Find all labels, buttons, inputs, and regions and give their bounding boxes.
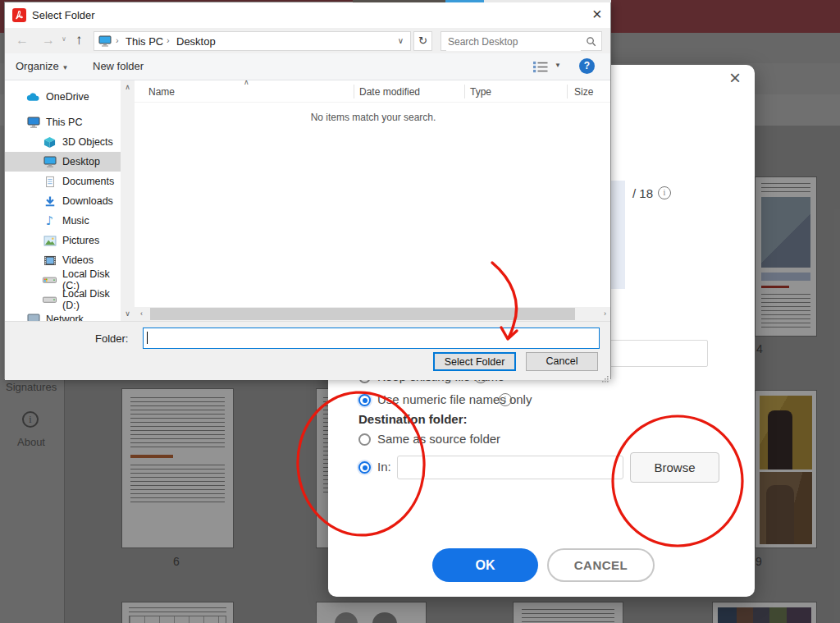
sidebar-item-label: Downloads <box>62 195 113 207</box>
sidebar-item-videos[interactable]: Videos <box>5 250 121 270</box>
cancel-button[interactable]: CANCEL <box>547 548 655 582</box>
horizontal-scrollbar[interactable]: ‹ › <box>135 307 610 321</box>
sidebar-item-label: Music <box>62 215 89 227</box>
resize-grip[interactable] <box>602 373 609 379</box>
sidebar-item-local-disk-d[interactable]: Local Disk (D:) <box>5 290 121 309</box>
network-icon <box>26 313 40 321</box>
cube-icon <box>43 135 57 149</box>
recent-locations-chevron-icon[interactable]: ∨ <box>62 35 66 43</box>
folder-input[interactable] <box>143 328 600 349</box>
command-toolbar: Organize ▼ New folder ▼ ? <box>5 53 610 80</box>
navigation-bar: ← → ∨ ↑ › This PC › Desktop ∨ ↻ <box>5 28 610 53</box>
help-icon[interactable]: ? <box>579 58 595 74</box>
sidebar-item-pictures[interactable]: Pictures <box>5 231 121 250</box>
breadcrumb-this-pc[interactable]: This PC <box>126 35 163 48</box>
sidebar-item-this-pc[interactable]: This PC <box>5 112 121 132</box>
screenshot-root: Signatures i About 4 6 9 <box>0 0 840 623</box>
sidebar-item-label: Pictures <box>62 235 99 246</box>
breadcrumb-separator: › <box>167 35 170 45</box>
music-note-icon: ♪ <box>43 214 57 227</box>
view-mode-icon[interactable] <box>533 61 548 76</box>
drive-icon <box>43 293 57 306</box>
breadcrumb-separator: › <box>116 35 119 45</box>
empty-list-message: No items match your search. <box>135 112 610 123</box>
organize-button[interactable]: Organize ▼ <box>16 60 68 72</box>
sidebar-item-local-disk-c[interactable]: Local Disk (C:) <box>5 270 121 290</box>
forward-icon[interactable]: → <box>42 33 55 48</box>
cancel-button[interactable]: Cancel <box>526 352 598 371</box>
folder-label: Folder: <box>95 332 128 345</box>
sidebar-item-onedrive[interactable]: OneDrive <box>5 87 121 107</box>
radio-in-folder[interactable] <box>358 461 371 474</box>
column-header-size[interactable]: Size <box>574 86 593 98</box>
search-input[interactable] <box>446 33 581 51</box>
browse-button[interactable]: Browse <box>630 452 719 483</box>
refresh-button[interactable]: ↻ <box>413 31 432 51</box>
sidebar-item-3d-objects[interactable]: 3D Objects <box>5 132 121 152</box>
sidebar-item-label: Local Disk (D:) <box>62 288 121 311</box>
radio-numeric-names[interactable] <box>358 394 371 406</box>
column-separator[interactable] <box>464 85 465 98</box>
desktop-icon <box>43 155 57 168</box>
picture-icon <box>43 234 57 247</box>
ok-button[interactable]: OK <box>432 548 538 582</box>
sidebar-item-desktop[interactable]: Desktop <box>5 152 121 172</box>
drive-windows-icon <box>43 273 57 286</box>
dialog-footer: Folder: Select Folder Cancel <box>5 321 610 380</box>
onedrive-cloud-icon <box>26 90 40 103</box>
sidebar-item-label: 3D Objects <box>62 136 113 148</box>
info-icon[interactable]: i <box>499 393 512 406</box>
dialog-body: OneDrive This PC 3D Objects Desktop <box>5 80 610 321</box>
info-icon[interactable]: i <box>658 186 671 199</box>
column-separator[interactable] <box>354 85 354 98</box>
view-mode-chevron-icon[interactable]: ▼ <box>555 62 561 69</box>
up-icon[interactable]: ↑ <box>75 32 83 48</box>
close-icon[interactable]: × <box>592 5 602 24</box>
breadcrumb-dropdown-chevron-icon[interactable]: ∨ <box>398 36 404 45</box>
radio-in-folder-label: In: <box>377 460 391 474</box>
desktop-location-icon <box>98 35 112 49</box>
column-separator[interactable] <box>567 85 568 98</box>
new-folder-button[interactable]: New folder <box>93 60 144 72</box>
sidebar-item-music[interactable]: ♪ Music <box>5 211 121 231</box>
page-total-label: / 18 <box>632 186 653 200</box>
breadcrumb[interactable]: › This PC › Desktop ∨ <box>94 31 411 51</box>
organize-label: Organize <box>16 60 59 72</box>
destination-heading: Destination folder: <box>358 412 468 426</box>
dialog-titlebar: Select Folder × <box>5 2 610 28</box>
search-box <box>441 31 602 51</box>
window-top-sliver-light <box>484 0 611 2</box>
film-icon <box>43 254 57 267</box>
search-icon[interactable] <box>586 36 596 49</box>
radio-same-source-label: Same as source folder <box>377 432 500 446</box>
sidebar-item-downloads[interactable]: Downloads <box>5 191 121 211</box>
column-header-type[interactable]: Type <box>470 86 491 98</box>
radio-same-source[interactable] <box>358 433 371 446</box>
column-header-name[interactable]: Name <box>148 86 175 98</box>
sidebar-item-label: OneDrive <box>46 91 89 103</box>
scroll-left-icon[interactable]: ‹ <box>135 307 148 321</box>
breadcrumb-desktop[interactable]: Desktop <box>176 35 216 48</box>
sidebar-item-label: This PC <box>46 117 82 128</box>
file-list: ∧ Name Date modified Type Size No items … <box>135 80 610 321</box>
dialog-title: Select Folder <box>32 9 95 21</box>
select-folder-button[interactable]: Select Folder <box>433 352 516 371</box>
acrobat-icon <box>12 8 26 22</box>
scroll-right-icon[interactable]: › <box>598 307 610 321</box>
close-icon[interactable]: × <box>729 68 741 88</box>
sidebar-item-label: Documents <box>62 176 114 187</box>
sidebar-scrollbar[interactable]: ∧ ∨ <box>121 80 135 321</box>
scrollbar-thumb[interactable] <box>150 308 575 320</box>
text-cursor <box>147 332 148 344</box>
scroll-up-icon[interactable]: ∧ <box>121 80 135 94</box>
document-icon <box>43 175 57 188</box>
destination-path-input[interactable] <box>397 456 623 479</box>
sidebar-item-label: Desktop <box>62 156 100 167</box>
sidebar-item-documents[interactable]: Documents <box>5 172 121 191</box>
back-icon[interactable]: ← <box>16 33 29 48</box>
column-header-date[interactable]: Date modified <box>359 86 420 98</box>
chevron-down-icon: ▼ <box>62 64 68 71</box>
sidebar-item-network[interactable]: Network <box>5 309 121 321</box>
sidebar-item-label: Network <box>46 314 84 321</box>
scroll-down-icon[interactable]: ∨ <box>121 307 135 321</box>
